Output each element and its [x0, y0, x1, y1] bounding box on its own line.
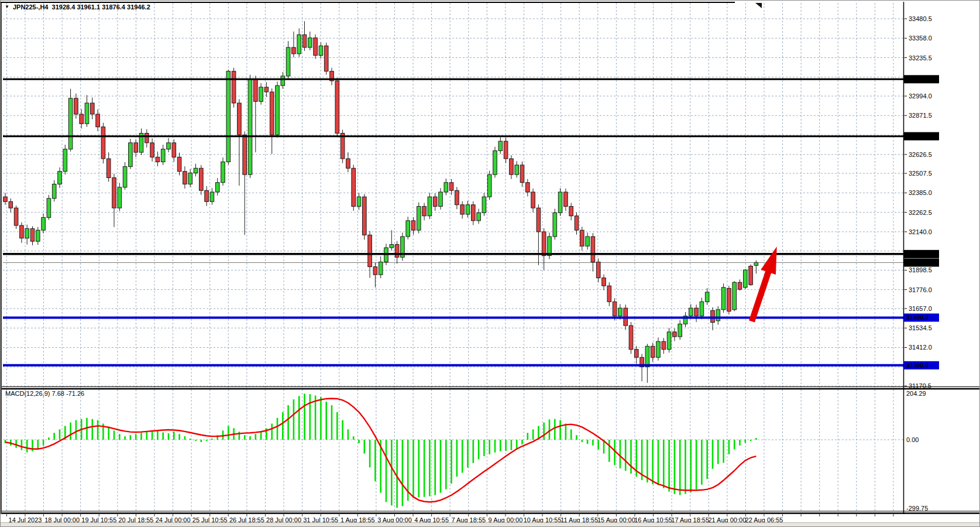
- price-axis-label: 32871.5: [909, 112, 932, 119]
- macd-histogram-bar: [647, 440, 648, 482]
- macd-histogram-bar: [402, 440, 404, 506]
- macd-histogram-bar: [527, 433, 529, 440]
- macd-histogram-bar: [353, 436, 355, 440]
- macd-histogram-bar: [369, 440, 371, 467]
- bull-candle: [215, 183, 219, 192]
- bull-candle: [226, 71, 231, 162]
- bear-candle: [460, 205, 465, 214]
- bull-candle: [689, 308, 693, 316]
- bear-candle: [368, 235, 372, 266]
- dropdown-icon[interactable]: ▼: [5, 5, 9, 9]
- macd-histogram-bar: [140, 433, 142, 440]
- bull-candle: [167, 143, 171, 149]
- macd-histogram-bar: [565, 423, 567, 440]
- macd-histogram-bar: [310, 394, 311, 440]
- bear-candle: [30, 228, 35, 241]
- macd-histogram-bar: [37, 440, 39, 449]
- macd-histogram-bar: [358, 440, 360, 443]
- bull-candle: [406, 221, 410, 237]
- bull-candle: [466, 205, 470, 214]
- price-axis-label: 32507.5: [909, 170, 932, 177]
- macd-histogram-bar: [152, 430, 153, 440]
- macd-histogram-bar: [418, 440, 420, 497]
- macd-histogram-bar: [325, 402, 327, 440]
- macd-histogram-bar: [658, 440, 659, 485]
- bull-candle: [733, 282, 737, 310]
- bull-candle: [286, 47, 290, 76]
- price-tag-value: 32741.2: [906, 133, 929, 140]
- macd-histogram-bar: [652, 440, 654, 484]
- bear-candle: [177, 157, 181, 171]
- bear-candle: [106, 159, 111, 178]
- macd-histogram-bar: [320, 397, 322, 440]
- macd-histogram-bar: [255, 434, 257, 440]
- bull-candle: [319, 46, 323, 55]
- macd-histogram-bar: [462, 440, 463, 473]
- macd-histogram-bar: [570, 429, 572, 440]
- macd-histogram-bar: [614, 440, 615, 465]
- bull-candle: [390, 245, 394, 248]
- bear-candle: [395, 245, 399, 258]
- bear-candle: [711, 310, 715, 322]
- bear-candle: [352, 168, 356, 206]
- macd-histogram-bar: [146, 432, 148, 440]
- bear-candle: [455, 190, 459, 204]
- bull-candle: [248, 79, 252, 174]
- bull-candle: [548, 237, 552, 256]
- macd-histogram-bar: [712, 440, 714, 469]
- bull-candle: [586, 237, 590, 246]
- macd-histogram-bar: [663, 440, 665, 488]
- bull-candle: [700, 302, 704, 316]
- bear-candle: [270, 92, 274, 135]
- macd-histogram-bar: [467, 440, 469, 468]
- macd-histogram-bar: [532, 429, 534, 440]
- bear-candle: [542, 232, 546, 256]
- macd-histogram-bar: [287, 405, 289, 440]
- macd-histogram-bar: [190, 439, 191, 440]
- macd-histogram-bar: [728, 440, 730, 454]
- macd-histogram-bar: [739, 440, 741, 446]
- bear-candle: [74, 98, 78, 114]
- macd-histogram-bar: [505, 440, 507, 451]
- bear-candle: [183, 172, 187, 184]
- bull-candle: [85, 103, 89, 124]
- bull-candle: [482, 197, 486, 213]
- macd-histogram-bar: [391, 440, 393, 505]
- macd-histogram-bar: [108, 427, 109, 440]
- bull-candle: [210, 192, 214, 201]
- bear-candle: [411, 221, 415, 230]
- bull-candle: [68, 98, 73, 149]
- bull-candle: [721, 288, 725, 310]
- macd-histogram-bar: [554, 419, 556, 440]
- price-axis-label: 31170.5: [909, 382, 931, 389]
- bear-candle: [537, 208, 541, 232]
- chart-window: ▼ JPN225-,H4 31928.4 31961.1 31876.4 319…: [0, 0, 980, 527]
- bear-candle: [510, 159, 514, 174]
- trend-arrow-shaft[interactable]: [752, 269, 769, 321]
- macd-histogram-bar: [15, 440, 17, 448]
- bull-candle: [477, 213, 481, 221]
- bear-candle: [238, 103, 242, 135]
- macd-histogram-bar: [21, 440, 23, 450]
- macd-histogram-bar: [97, 420, 99, 440]
- bull-candle: [63, 149, 67, 172]
- macd-histogram-bar: [701, 440, 703, 485]
- macd-histogram-bar: [271, 423, 273, 440]
- bull-candle: [645, 346, 649, 367]
- price-axis-label: 31412.0: [909, 344, 932, 351]
- macd-histogram-bar: [178, 434, 180, 440]
- bear-candle: [472, 205, 476, 221]
- bear-candle: [232, 71, 236, 103]
- bull-candle: [656, 341, 661, 357]
- bear-candle: [749, 266, 753, 285]
- macd-histogram-bar: [451, 440, 452, 484]
- bull-candle: [129, 143, 133, 167]
- price-tag-value: 31946.2: [906, 259, 929, 266]
- price-axis-label: 31657.0: [909, 305, 932, 312]
- macd-histogram-bar: [668, 440, 670, 492]
- bull-candle: [259, 87, 263, 101]
- macd-histogram-bar: [130, 435, 132, 440]
- chart-canvas[interactable]: 33480.533358.033235.532994.032871.532626…: [1, 1, 980, 527]
- macd-histogram-bar: [364, 440, 366, 454]
- bull-candle: [36, 230, 40, 241]
